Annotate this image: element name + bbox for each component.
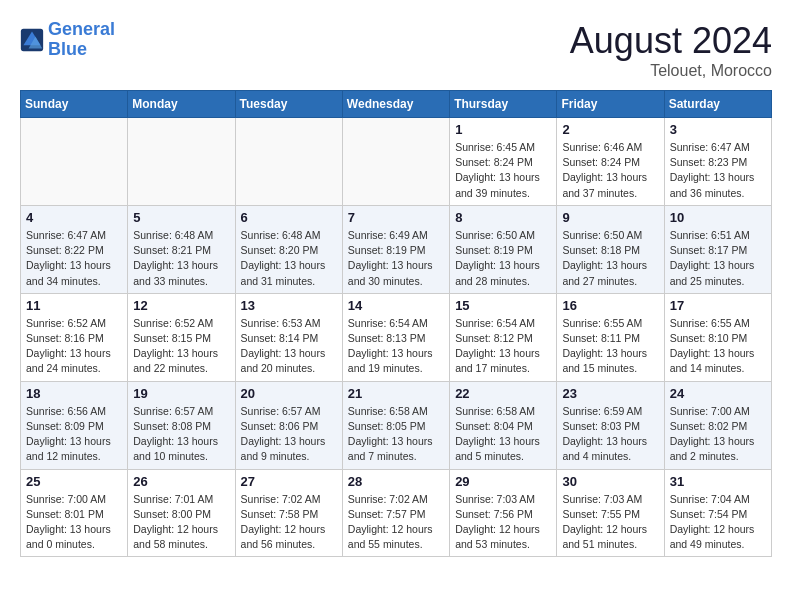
- calendar-cell: 23Sunrise: 6:59 AMSunset: 8:03 PMDayligh…: [557, 381, 664, 469]
- calendar-cell: 12Sunrise: 6:52 AMSunset: 8:15 PMDayligh…: [128, 293, 235, 381]
- calendar-cell: 17Sunrise: 6:55 AMSunset: 8:10 PMDayligh…: [664, 293, 771, 381]
- day-number: 20: [241, 386, 337, 401]
- day-number: 13: [241, 298, 337, 313]
- day-info: Sunrise: 6:54 AMSunset: 8:13 PMDaylight:…: [348, 316, 444, 377]
- calendar-cell: 22Sunrise: 6:58 AMSunset: 8:04 PMDayligh…: [450, 381, 557, 469]
- day-number: 2: [562, 122, 658, 137]
- day-number: 11: [26, 298, 122, 313]
- day-info: Sunrise: 7:00 AMSunset: 8:02 PMDaylight:…: [670, 404, 766, 465]
- calendar-cell: 5Sunrise: 6:48 AMSunset: 8:21 PMDaylight…: [128, 205, 235, 293]
- calendar-cell: 6Sunrise: 6:48 AMSunset: 8:20 PMDaylight…: [235, 205, 342, 293]
- day-info: Sunrise: 6:57 AMSunset: 8:06 PMDaylight:…: [241, 404, 337, 465]
- calendar-cell: 9Sunrise: 6:50 AMSunset: 8:18 PMDaylight…: [557, 205, 664, 293]
- logo-icon: [20, 28, 44, 52]
- day-number: 31: [670, 474, 766, 489]
- header-thursday: Thursday: [450, 91, 557, 118]
- day-number: 18: [26, 386, 122, 401]
- header-row: SundayMondayTuesdayWednesdayThursdayFrid…: [21, 91, 772, 118]
- day-number: 23: [562, 386, 658, 401]
- day-info: Sunrise: 6:48 AMSunset: 8:21 PMDaylight:…: [133, 228, 229, 289]
- calendar-cell: [128, 118, 235, 206]
- header-friday: Friday: [557, 91, 664, 118]
- calendar-cell: 26Sunrise: 7:01 AMSunset: 8:00 PMDayligh…: [128, 469, 235, 557]
- calendar-cell: 30Sunrise: 7:03 AMSunset: 7:55 PMDayligh…: [557, 469, 664, 557]
- day-number: 26: [133, 474, 229, 489]
- day-info: Sunrise: 6:59 AMSunset: 8:03 PMDaylight:…: [562, 404, 658, 465]
- day-number: 29: [455, 474, 551, 489]
- week-row-2: 11Sunrise: 6:52 AMSunset: 8:16 PMDayligh…: [21, 293, 772, 381]
- header-sunday: Sunday: [21, 91, 128, 118]
- week-row-0: 1Sunrise: 6:45 AMSunset: 8:24 PMDaylight…: [21, 118, 772, 206]
- day-info: Sunrise: 6:55 AMSunset: 8:11 PMDaylight:…: [562, 316, 658, 377]
- logo: General Blue: [20, 20, 115, 60]
- day-info: Sunrise: 6:48 AMSunset: 8:20 PMDaylight:…: [241, 228, 337, 289]
- day-info: Sunrise: 6:50 AMSunset: 8:18 PMDaylight:…: [562, 228, 658, 289]
- day-info: Sunrise: 7:04 AMSunset: 7:54 PMDaylight:…: [670, 492, 766, 553]
- calendar-cell: 8Sunrise: 6:50 AMSunset: 8:19 PMDaylight…: [450, 205, 557, 293]
- calendar-cell: [235, 118, 342, 206]
- day-number: 12: [133, 298, 229, 313]
- day-info: Sunrise: 7:03 AMSunset: 7:56 PMDaylight:…: [455, 492, 551, 553]
- day-info: Sunrise: 7:03 AMSunset: 7:55 PMDaylight:…: [562, 492, 658, 553]
- calendar-cell: [342, 118, 449, 206]
- calendar-cell: 10Sunrise: 6:51 AMSunset: 8:17 PMDayligh…: [664, 205, 771, 293]
- header-wednesday: Wednesday: [342, 91, 449, 118]
- day-number: 5: [133, 210, 229, 225]
- calendar-cell: 16Sunrise: 6:55 AMSunset: 8:11 PMDayligh…: [557, 293, 664, 381]
- calendar-cell: 15Sunrise: 6:54 AMSunset: 8:12 PMDayligh…: [450, 293, 557, 381]
- day-number: 1: [455, 122, 551, 137]
- day-info: Sunrise: 6:58 AMSunset: 8:05 PMDaylight:…: [348, 404, 444, 465]
- day-number: 3: [670, 122, 766, 137]
- day-info: Sunrise: 6:54 AMSunset: 8:12 PMDaylight:…: [455, 316, 551, 377]
- calendar-cell: 20Sunrise: 6:57 AMSunset: 8:06 PMDayligh…: [235, 381, 342, 469]
- day-info: Sunrise: 7:02 AMSunset: 7:57 PMDaylight:…: [348, 492, 444, 553]
- day-number: 16: [562, 298, 658, 313]
- calendar-cell: 11Sunrise: 6:52 AMSunset: 8:16 PMDayligh…: [21, 293, 128, 381]
- day-info: Sunrise: 7:00 AMSunset: 8:01 PMDaylight:…: [26, 492, 122, 553]
- week-row-3: 18Sunrise: 6:56 AMSunset: 8:09 PMDayligh…: [21, 381, 772, 469]
- day-number: 17: [670, 298, 766, 313]
- calendar-cell: [21, 118, 128, 206]
- calendar-cell: 25Sunrise: 7:00 AMSunset: 8:01 PMDayligh…: [21, 469, 128, 557]
- day-number: 15: [455, 298, 551, 313]
- day-number: 28: [348, 474, 444, 489]
- day-number: 22: [455, 386, 551, 401]
- day-number: 27: [241, 474, 337, 489]
- day-number: 30: [562, 474, 658, 489]
- week-row-1: 4Sunrise: 6:47 AMSunset: 8:22 PMDaylight…: [21, 205, 772, 293]
- calendar-cell: 29Sunrise: 7:03 AMSunset: 7:56 PMDayligh…: [450, 469, 557, 557]
- day-info: Sunrise: 6:53 AMSunset: 8:14 PMDaylight:…: [241, 316, 337, 377]
- header-saturday: Saturday: [664, 91, 771, 118]
- week-row-4: 25Sunrise: 7:00 AMSunset: 8:01 PMDayligh…: [21, 469, 772, 557]
- page-header: General Blue August 2024 Telouet, Morocc…: [20, 20, 772, 80]
- logo-line2: Blue: [48, 39, 87, 59]
- calendar-cell: 27Sunrise: 7:02 AMSunset: 7:58 PMDayligh…: [235, 469, 342, 557]
- day-info: Sunrise: 6:47 AMSunset: 8:23 PMDaylight:…: [670, 140, 766, 201]
- day-info: Sunrise: 6:58 AMSunset: 8:04 PMDaylight:…: [455, 404, 551, 465]
- month-title: August 2024: [570, 20, 772, 62]
- day-info: Sunrise: 6:55 AMSunset: 8:10 PMDaylight:…: [670, 316, 766, 377]
- calendar-cell: 14Sunrise: 6:54 AMSunset: 8:13 PMDayligh…: [342, 293, 449, 381]
- day-info: Sunrise: 6:46 AMSunset: 8:24 PMDaylight:…: [562, 140, 658, 201]
- day-number: 19: [133, 386, 229, 401]
- calendar-cell: 18Sunrise: 6:56 AMSunset: 8:09 PMDayligh…: [21, 381, 128, 469]
- calendar-cell: 24Sunrise: 7:00 AMSunset: 8:02 PMDayligh…: [664, 381, 771, 469]
- day-info: Sunrise: 6:52 AMSunset: 8:16 PMDaylight:…: [26, 316, 122, 377]
- calendar-cell: 13Sunrise: 6:53 AMSunset: 8:14 PMDayligh…: [235, 293, 342, 381]
- header-monday: Monday: [128, 91, 235, 118]
- day-info: Sunrise: 6:51 AMSunset: 8:17 PMDaylight:…: [670, 228, 766, 289]
- calendar-cell: 2Sunrise: 6:46 AMSunset: 8:24 PMDaylight…: [557, 118, 664, 206]
- day-info: Sunrise: 6:52 AMSunset: 8:15 PMDaylight:…: [133, 316, 229, 377]
- day-number: 10: [670, 210, 766, 225]
- day-number: 6: [241, 210, 337, 225]
- calendar-cell: 19Sunrise: 6:57 AMSunset: 8:08 PMDayligh…: [128, 381, 235, 469]
- calendar-cell: 28Sunrise: 7:02 AMSunset: 7:57 PMDayligh…: [342, 469, 449, 557]
- title-block: August 2024 Telouet, Morocco: [570, 20, 772, 80]
- calendar-table: SundayMondayTuesdayWednesdayThursdayFrid…: [20, 90, 772, 557]
- calendar-cell: 7Sunrise: 6:49 AMSunset: 8:19 PMDaylight…: [342, 205, 449, 293]
- day-number: 9: [562, 210, 658, 225]
- logo-text: General Blue: [48, 20, 115, 60]
- header-tuesday: Tuesday: [235, 91, 342, 118]
- day-info: Sunrise: 6:57 AMSunset: 8:08 PMDaylight:…: [133, 404, 229, 465]
- day-info: Sunrise: 6:49 AMSunset: 8:19 PMDaylight:…: [348, 228, 444, 289]
